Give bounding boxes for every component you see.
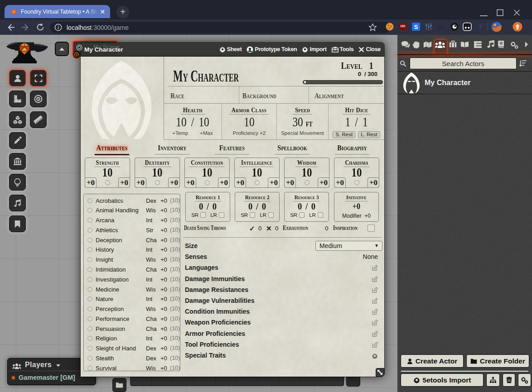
svg-text:D: D	[439, 24, 443, 30]
svg-text:S: S	[414, 24, 418, 30]
svg-text:UO: UO	[401, 24, 406, 28]
